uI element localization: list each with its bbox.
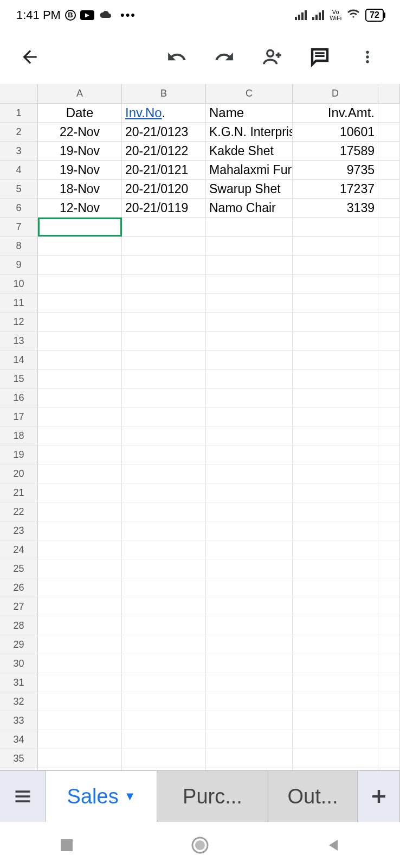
cell-B31[interactable] (122, 673, 206, 692)
cell-B24[interactable] (122, 540, 206, 559)
cell-B4[interactable]: 20-21/0121 (122, 161, 206, 179)
row-header-12[interactable]: 12 (0, 312, 38, 331)
cell-A31[interactable] (38, 673, 122, 692)
row-header-34[interactable]: 34 (0, 730, 38, 749)
cell-A11[interactable] (38, 293, 122, 312)
cell-E27[interactable] (378, 597, 400, 616)
row-header-25[interactable]: 25 (0, 559, 38, 578)
cell-C16[interactable] (206, 388, 293, 407)
cell-C35[interactable] (206, 749, 293, 768)
cell-D17[interactable] (293, 407, 378, 426)
row-header-30[interactable]: 30 (0, 654, 38, 673)
col-header-C[interactable]: C (206, 84, 293, 103)
cell-E35[interactable] (378, 749, 400, 768)
cell-E13[interactable] (378, 331, 400, 350)
cell-E24[interactable] (378, 540, 400, 559)
cell-E3[interactable] (378, 142, 400, 160)
cell-A23[interactable] (38, 521, 122, 540)
cell-A9[interactable] (38, 256, 122, 274)
cell-A28[interactable] (38, 616, 122, 635)
tab-purc[interactable]: Purc... (157, 771, 268, 822)
cell-A20[interactable] (38, 464, 122, 483)
cell-A27[interactable] (38, 597, 122, 616)
cell-D28[interactable] (293, 616, 378, 635)
row-header-26[interactable]: 26 (0, 578, 38, 597)
cell-D14[interactable] (293, 350, 378, 369)
cell-C8[interactable] (206, 237, 293, 255)
cell-C19[interactable] (206, 445, 293, 464)
cell-E30[interactable] (378, 654, 400, 673)
row-header-6[interactable]: 6 (0, 199, 38, 217)
cell-A10[interactable] (38, 275, 122, 293)
cell-D13[interactable] (293, 331, 378, 350)
cell-E32[interactable] (378, 692, 400, 711)
cell-A17[interactable] (38, 407, 122, 426)
cell-A19[interactable] (38, 445, 122, 464)
cell-C21[interactable] (206, 483, 293, 502)
redo-button[interactable] (205, 38, 243, 76)
cell-B33[interactable] (122, 711, 206, 730)
cell-B14[interactable] (122, 350, 206, 369)
cell-C10[interactable] (206, 275, 293, 293)
cell-C5[interactable]: Swarup Shet (206, 180, 293, 198)
cell-D7[interactable] (293, 218, 378, 236)
nav-recents-button[interactable] (50, 829, 83, 861)
cell-B11[interactable] (122, 293, 206, 312)
cell-B25[interactable] (122, 559, 206, 578)
cell-C18[interactable] (206, 426, 293, 445)
row-header-11[interactable]: 11 (0, 293, 38, 312)
undo-button[interactable] (158, 38, 196, 76)
cell-B6[interactable]: 20-21/0119 (122, 199, 206, 217)
cell-A7[interactable] (38, 218, 122, 236)
comment-button[interactable] (301, 38, 339, 76)
cell-A29[interactable] (38, 635, 122, 654)
cell-B30[interactable] (122, 654, 206, 673)
cell-D8[interactable] (293, 237, 378, 255)
cell-A21[interactable] (38, 483, 122, 502)
cell-E14[interactable] (378, 350, 400, 369)
row-header-19[interactable]: 19 (0, 445, 38, 464)
row-header-31[interactable]: 31 (0, 673, 38, 692)
cell-C29[interactable] (206, 635, 293, 654)
row-header-8[interactable]: 8 (0, 237, 38, 255)
nav-home-button[interactable] (184, 829, 216, 861)
cell-B9[interactable] (122, 256, 206, 274)
cell-D24[interactable] (293, 540, 378, 559)
cell-A2[interactable]: 22-Nov (38, 123, 122, 141)
cell-B26[interactable] (122, 578, 206, 597)
cell-B10[interactable] (122, 275, 206, 293)
cell-B13[interactable] (122, 331, 206, 350)
cell-D1[interactable]: Inv.Amt. (293, 104, 378, 122)
cell-B34[interactable] (122, 730, 206, 749)
cell-E17[interactable] (378, 407, 400, 426)
cell-E9[interactable] (378, 256, 400, 274)
cell-E8[interactable] (378, 237, 400, 255)
cell-E22[interactable] (378, 502, 400, 521)
row-header-4[interactable]: 4 (0, 161, 38, 179)
cell-A14[interactable] (38, 350, 122, 369)
row-header-14[interactable]: 14 (0, 350, 38, 369)
cell-B20[interactable] (122, 464, 206, 483)
cell-B28[interactable] (122, 616, 206, 635)
all-sheets-button[interactable] (0, 771, 46, 822)
cell-A35[interactable] (38, 749, 122, 768)
cell-B2[interactable]: 20-21/0123 (122, 123, 206, 141)
cell-D3[interactable]: 17589 (293, 142, 378, 160)
cell-B5[interactable]: 20-21/0120 (122, 180, 206, 198)
cell-C31[interactable] (206, 673, 293, 692)
cell-D21[interactable] (293, 483, 378, 502)
cell-D11[interactable] (293, 293, 378, 312)
cell-E23[interactable] (378, 521, 400, 540)
cell-B16[interactable] (122, 388, 206, 407)
back-button[interactable] (11, 38, 49, 76)
cell-D16[interactable] (293, 388, 378, 407)
cell-C3[interactable]: Kakde Shet (206, 142, 293, 160)
more-options-button[interactable] (349, 38, 386, 76)
cell-D12[interactable] (293, 312, 378, 331)
cell-E16[interactable] (378, 388, 400, 407)
cell-E18[interactable] (378, 426, 400, 445)
cell-C25[interactable] (206, 559, 293, 578)
add-sheet-button[interactable] (358, 771, 400, 822)
row-header-20[interactable]: 20 (0, 464, 38, 483)
cell-C2[interactable]: K.G.N. Interpris (206, 123, 293, 141)
